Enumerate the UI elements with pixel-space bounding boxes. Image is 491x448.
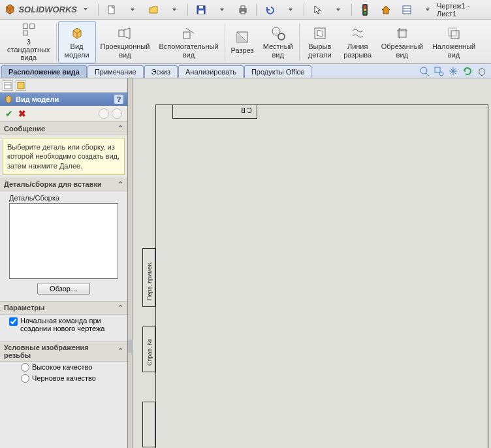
new-file-button[interactable] (103, 3, 121, 17)
svg-point-26 (278, 33, 285, 40)
thread-draft-radio[interactable] (21, 374, 29, 383)
part-listbox[interactable] (9, 203, 118, 279)
chevron-up-icon: ⌃ (118, 124, 123, 133)
splitter[interactable] (128, 78, 133, 448)
chevron-up-icon: ⌃ (118, 180, 123, 189)
tab-view-layout[interactable]: Расположение вида (1, 65, 87, 78)
svg-rect-40 (18, 82, 24, 89)
svg-rect-18 (23, 31, 27, 35)
thread-hi-radio[interactable] (21, 363, 29, 372)
save-dropdown[interactable] (213, 3, 231, 17)
open-file-button[interactable] (144, 3, 163, 17)
svg-rect-5 (198, 10, 204, 14)
redraw-icon[interactable] (462, 66, 473, 76)
part-section-label: Деталь/сборка для вставки (4, 180, 102, 188)
crop-view-label: Обрезанный вид (381, 42, 423, 58)
drawing-canvas[interactable]: С В Перв. примен. Справ. № (133, 78, 491, 448)
tab-office[interactable]: Продукты Office (244, 65, 311, 78)
break-line-label: Линия разрыва (343, 42, 372, 58)
projected-view-button[interactable]: Проекционный вид (96, 21, 155, 63)
tab-sketch[interactable]: Эскиз (144, 65, 178, 78)
quick-access-toolbar (97, 3, 437, 17)
start-command-label: Начальная команда при создании нового че… (20, 317, 122, 332)
browse-button[interactable]: Обзор… (37, 283, 90, 295)
sheet-border (155, 104, 488, 448)
options-dropdown[interactable] (419, 3, 437, 17)
select-button[interactable] (308, 3, 326, 17)
section-view-button[interactable]: Разрез (227, 21, 259, 63)
main-area: Вид модели ? ✔ ✖ Сообщение ⌃ Выберите де… (0, 78, 491, 448)
standard-views-button[interactable]: 3 стандартных вида (3, 21, 55, 63)
svg-line-34 (426, 73, 429, 76)
standard-views-label: 3 стандартных вида (7, 38, 50, 61)
svg-rect-31 (449, 28, 456, 36)
chevron-up-icon: ⌃ (118, 304, 123, 312)
undo-dropdown[interactable] (281, 3, 300, 17)
chevron-up-icon: ⌃ (118, 347, 123, 355)
app-logo-icon (4, 3, 16, 16)
zoom-area-icon[interactable] (434, 66, 444, 76)
new-file-dropdown[interactable] (123, 3, 142, 17)
crop-view-button[interactable]: Обрезанный вид (377, 21, 428, 63)
part-label: Деталь/Сборка (0, 191, 127, 203)
model-view-button[interactable]: Вид модели (58, 21, 96, 63)
next-arrow-icon[interactable] (112, 108, 122, 119)
message-section-label: Сообщение (4, 125, 45, 133)
start-command-checkbox[interactable] (9, 317, 18, 326)
breakout-button[interactable]: Вырыв детали (301, 21, 339, 63)
svg-rect-4 (199, 6, 203, 8)
feature-tree-tab-icon[interactable] (3, 80, 13, 91)
svg-rect-17 (29, 24, 34, 29)
svg-rect-22 (183, 32, 190, 39)
part-section-header[interactable]: Деталь/сборка для вставки ⌃ (0, 178, 127, 191)
property-manager-tab-icon[interactable] (16, 80, 26, 91)
thread-hi-row: Высокое качество (0, 362, 127, 373)
traffic-light-icon[interactable] (356, 3, 374, 17)
options-button[interactable] (398, 3, 416, 17)
message-section-header[interactable]: Сообщение ⌃ (0, 121, 127, 135)
svg-rect-7 (241, 6, 245, 8)
save-button[interactable] (192, 3, 210, 17)
thread-draft-row: Черновое качество (0, 373, 127, 384)
pan-icon[interactable] (448, 66, 458, 76)
document-title: Чертеж1 - Лист1 (437, 2, 487, 18)
ok-icon[interactable]: ✔ (5, 108, 13, 119)
thread-section-header[interactable]: Условные изображения резьбы ⌃ (0, 341, 127, 362)
projected-view-label: Проекционный вид (101, 42, 150, 58)
svg-rect-13 (403, 6, 411, 14)
svg-rect-2 (108, 6, 114, 14)
cancel-icon[interactable]: ✖ (18, 108, 26, 119)
titlebar: SOLIDWORKS Чертеж1 - Лист1 (0, 0, 491, 20)
auxiliary-view-button[interactable]: Вспомогательный вид (154, 21, 223, 63)
section-view-label: Разрез (231, 46, 254, 54)
select-dropdown[interactable] (329, 3, 347, 17)
app-logo-text: SOLIDWORKS (18, 5, 77, 14)
home-icon[interactable] (377, 3, 395, 17)
prev-arrow-icon[interactable] (99, 108, 109, 119)
thread-draft-label: Черновое качество (32, 374, 96, 382)
display-style-icon[interactable] (477, 66, 487, 76)
confirm-row: ✔ ✖ (0, 106, 127, 121)
break-line-button[interactable]: Линия разрыва (339, 21, 377, 63)
tab-evaluate[interactable]: Анализировать (178, 65, 244, 78)
stamp-text: С В (241, 107, 252, 114)
print-button[interactable] (234, 3, 252, 17)
overlay-view-label: Наложенный вид (432, 42, 475, 58)
message-body: Выберите деталь или сборку, из которой н… (3, 138, 125, 175)
tab-annotation[interactable]: Примечание (87, 65, 144, 78)
svg-rect-38 (5, 82, 11, 89)
flyout-icon[interactable] (81, 6, 89, 14)
detail-view-button[interactable]: Местный вид (259, 21, 298, 63)
overlay-view-button[interactable]: Наложенный вид (428, 21, 480, 63)
zoom-fit-icon[interactable] (419, 66, 430, 76)
svg-marker-41 (6, 95, 11, 103)
open-file-dropdown[interactable] (165, 3, 183, 17)
model-view-label: Вид модели (64, 42, 89, 58)
svg-rect-8 (241, 11, 245, 14)
params-section-header[interactable]: Параметры ⌃ (0, 301, 127, 315)
undo-button[interactable] (261, 3, 279, 17)
left-panel-tabs (0, 78, 127, 93)
help-button[interactable]: ? (114, 95, 123, 104)
stamp-label-1: Перв. примен. (146, 261, 153, 300)
svg-rect-35 (435, 67, 440, 72)
